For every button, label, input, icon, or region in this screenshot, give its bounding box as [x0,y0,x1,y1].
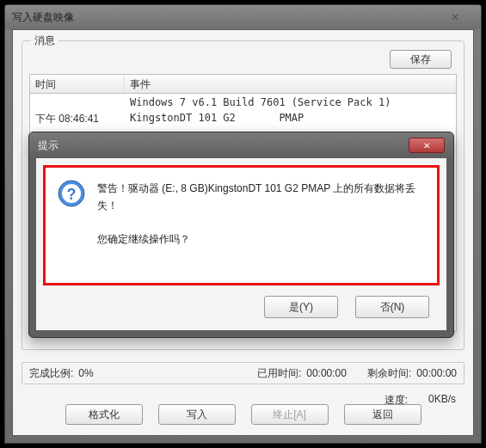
log-header: 时间 事件 [30,75,456,94]
close-icon: ✕ [423,141,430,150]
dialog-title: 提示 [38,138,58,153]
yes-button[interactable]: 是(Y) [264,296,338,318]
back-button-label: 返回 [372,408,393,422]
cell-event: Windows 7 v6.1 Build 7601 (Service Pack … [125,94,456,109]
no-button-label: 否(N) [380,300,405,315]
dialog-titlebar[interactable]: 提示 ✕ [29,132,453,158]
write-button[interactable]: 写入 [158,404,236,425]
table-row: 下午 08:46:41 KingstonDT 101 G2 PMAP [30,109,456,125]
no-button[interactable]: 否(N) [355,296,429,318]
table-row: Windows 7 v6.1 Build 7601 (Service Pack … [30,94,456,109]
save-button[interactable]: 保存 [390,50,452,69]
abort-button[interactable]: 终止[A] [251,404,329,425]
complete-value: 0% [78,367,93,379]
elapsed-value: 00:00:00 [306,367,347,379]
dialog-body: ? 警告！驱动器 (E:, 8 GB)KingstonDT 101 G2 PMA… [36,158,446,330]
col-time-header: 时间 [30,75,125,93]
close-icon: ✕ [451,11,459,23]
cell-time [30,94,125,109]
warning-box: ? 警告！驱动器 (E:, 8 GB)KingstonDT 101 G2 PMA… [43,165,440,285]
write-button-label: 写入 [187,408,207,422]
dialog-close-button[interactable]: ✕ [409,138,445,153]
window-title: 写入硬盘映像 [12,10,74,25]
info-group-label: 消息 [31,34,58,48]
complete-label: 完成比例: [29,366,73,381]
stats-row: 完成比例: 0% 已用时间: 00:00:00 剩余时间: 00:00:00 [22,362,464,384]
save-button-label: 保存 [410,52,431,67]
remaining-label: 剩余时间: [367,366,411,381]
format-button-label: 格式化 [89,408,120,422]
question-icon: ? [58,180,85,207]
back-button[interactable]: 返回 [344,404,421,425]
cell-event: KingstonDT 101 G2 PMAP [125,109,456,125]
remaining-value: 00:00:00 [416,367,457,379]
dialog-buttons: 是(Y) 否(N) [264,296,429,318]
abort-button-label: 终止[A] [273,408,306,422]
col-event-header: 事件 [125,75,456,93]
confirm-dialog: 提示 ✕ ? 警告！驱动器 (E:, 8 GB)KingstonDT 101 G… [28,132,454,338]
log-rows: Windows 7 v6.1 Build 7601 (Service Pack … [30,94,456,125]
cell-time: 下午 08:46:41 [30,109,125,125]
svg-text:?: ? [67,186,77,203]
warning-text: 警告！驱动器 (E:, 8 GB)KingstonDT 101 G2 PMAP … [97,180,427,215]
elapsed-label: 已用时间: [257,366,301,381]
format-button[interactable]: 格式化 [65,404,143,425]
titlebar[interactable]: 写入硬盘映像 ✕ [5,5,481,29]
yes-button-label: 是(Y) [289,300,313,315]
window-close-button[interactable]: ✕ [436,9,474,25]
bottom-buttons: 格式化 写入 终止[A] 返回 [22,404,464,425]
confirm-text: 您确定继续操作吗？ [97,230,427,248]
